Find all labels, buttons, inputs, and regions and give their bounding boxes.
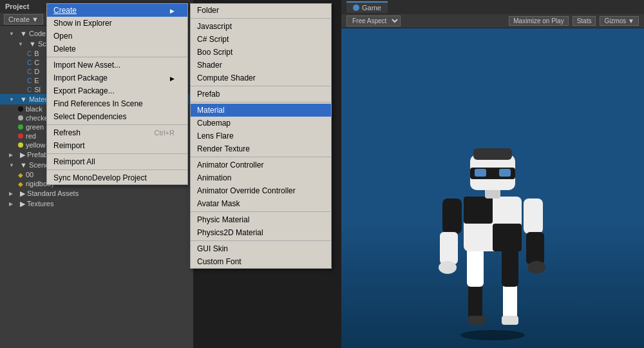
material-dot-icon bbox=[18, 106, 23, 111]
menu-label: Compute Shader bbox=[197, 73, 256, 82]
game-tab-label: Game bbox=[362, 4, 381, 12]
aspect-select[interactable]: Free Aspect bbox=[346, 15, 401, 26]
menu-item-cs-script[interactable]: C# Script bbox=[191, 33, 331, 46]
tree-label: black bbox=[26, 105, 43, 113]
menu-item-shader[interactable]: Shader bbox=[191, 59, 331, 72]
tree-label: green bbox=[26, 123, 44, 131]
menu-item-delete[interactable]: Delete bbox=[47, 43, 187, 55]
menu-label: GUI Skin bbox=[197, 244, 228, 253]
menu-item-folder[interactable]: Folder bbox=[191, 4, 331, 17]
submenu-arrow-icon bbox=[170, 73, 175, 82]
menu-item-select-deps[interactable]: Select Dependencies bbox=[47, 110, 187, 123]
menu-item-javascript[interactable]: Javascript bbox=[191, 20, 331, 33]
tree-label: D bbox=[34, 68, 39, 75]
menu-label: Animator Controller bbox=[197, 160, 263, 169]
menu-label: Lens Flare bbox=[197, 131, 234, 140]
menu-label: Javascript bbox=[197, 22, 232, 31]
menu-label: Show in Explorer bbox=[53, 19, 112, 28]
menu-item-open[interactable]: Open bbox=[47, 30, 187, 43]
folder-open-icon bbox=[9, 160, 18, 169]
game-panel-header: Game bbox=[341, 0, 644, 14]
stats-btn[interactable]: Stats bbox=[573, 16, 596, 26]
menu-item-import-new[interactable]: Import New Asset... bbox=[47, 59, 187, 72]
tree-item-textures[interactable]: ▶ Textures bbox=[0, 198, 193, 209]
menu-item-boo-script[interactable]: Boo Script bbox=[191, 46, 331, 59]
menu-item-animator-override[interactable]: Animator Override Controller bbox=[191, 184, 331, 197]
menu-label: Open bbox=[53, 32, 72, 41]
menu-label: Material bbox=[197, 106, 225, 115]
material-dot-icon bbox=[18, 133, 23, 139]
game-tab[interactable]: Game bbox=[346, 1, 388, 13]
menu-item-show-explorer[interactable]: Show in Explorer bbox=[47, 17, 187, 30]
cs-icon: C bbox=[27, 50, 32, 57]
menu-item-reimport-all[interactable]: Reimport All bbox=[47, 155, 187, 168]
svg-rect-9 bbox=[493, 224, 522, 251]
create-button[interactable]: Create ▼ bbox=[4, 14, 43, 24]
svg-rect-10 bbox=[442, 198, 462, 234]
menu-label: Boo Script bbox=[197, 48, 232, 57]
menu-label: Reimport bbox=[53, 141, 85, 150]
svg-rect-11 bbox=[440, 232, 458, 264]
menu-item-find-refs[interactable]: Find References In Scene bbox=[47, 97, 187, 110]
menu-item-cubemap[interactable]: Cubemap bbox=[191, 117, 331, 130]
menu-label: Select Dependencies bbox=[53, 112, 126, 121]
svg-point-15 bbox=[527, 261, 545, 274]
menu-item-reimport[interactable]: Reimport bbox=[47, 139, 187, 152]
menu-label: Animation bbox=[197, 173, 231, 182]
menu-label: Animator Override Controller bbox=[197, 186, 296, 195]
menu-item-export-package[interactable]: Export Package... bbox=[47, 84, 187, 97]
menu-item-avatar-mask[interactable]: Avatar Mask bbox=[191, 197, 331, 210]
menu-separator bbox=[191, 211, 331, 212]
menu-item-animator-controller[interactable]: Animator Controller bbox=[191, 159, 331, 171]
menu-separator bbox=[47, 124, 187, 125]
menu-item-material[interactable]: Material bbox=[191, 104, 331, 117]
menu-item-prefab[interactable]: Prefab bbox=[191, 88, 331, 101]
project-tab-label[interactable]: Project bbox=[5, 3, 29, 10]
folder-icon bbox=[9, 189, 18, 198]
menu-item-sync-mono[interactable]: Sync MonoDevelop Project bbox=[47, 171, 187, 184]
menu-item-create[interactable]: Create bbox=[47, 4, 187, 17]
folder-open-icon bbox=[9, 95, 18, 104]
folder-open-icon bbox=[18, 39, 27, 48]
svg-rect-13 bbox=[524, 198, 543, 234]
menu-label: Create bbox=[53, 6, 77, 15]
svg-rect-14 bbox=[526, 232, 544, 264]
menu-item-custom-font[interactable]: Custom Font bbox=[191, 255, 331, 268]
material-dot-icon bbox=[18, 115, 23, 121]
shortcut-label: Ctrl+R bbox=[155, 129, 175, 137]
menu-label: Avatar Mask bbox=[197, 199, 240, 208]
gizmos-btn[interactable]: Gizmos ▼ bbox=[600, 16, 639, 26]
menu-label: Cubemap bbox=[197, 119, 231, 128]
menu-item-import-package[interactable]: Import Package bbox=[47, 72, 187, 84]
robot-character bbox=[428, 97, 557, 342]
tree-label: E bbox=[34, 77, 39, 84]
menu-item-gui-skin[interactable]: GUI Skin bbox=[191, 242, 331, 255]
menu-separator bbox=[47, 169, 187, 170]
svg-point-0 bbox=[460, 330, 525, 340]
submenu-arrow-icon bbox=[170, 6, 175, 15]
menu-item-physic-material[interactable]: Physic Material bbox=[191, 213, 331, 226]
maximize-btn[interactable]: Maximize on Play bbox=[509, 16, 568, 26]
cs-icon: C bbox=[27, 68, 32, 75]
menu-item-animation[interactable]: Animation bbox=[191, 171, 331, 184]
menu-item-refresh[interactable]: Refresh Ctrl+R bbox=[47, 126, 187, 139]
game-toolbar: Free Aspect Maximize on Play Stats Gizmo… bbox=[341, 14, 644, 28]
menu-label: Import Package bbox=[53, 73, 108, 82]
folder-icon bbox=[9, 199, 18, 208]
svg-rect-2 bbox=[468, 316, 485, 325]
menu-separator bbox=[191, 240, 331, 241]
tree-item-standard-assets[interactable]: ▶ Standard Assets bbox=[0, 188, 193, 198]
menu-separator bbox=[191, 102, 331, 102]
cs-icon: C bbox=[27, 86, 32, 93]
menu-item-render-texture[interactable]: Render Texture bbox=[191, 142, 331, 155]
menu-item-lens-flare[interactable]: Lens Flare bbox=[191, 130, 331, 142]
tree-label: ▼ Code bbox=[20, 30, 46, 37]
context-menu-main: Create Show in Explorer Open Delete Impo… bbox=[46, 3, 188, 185]
cs-icon: C bbox=[27, 77, 32, 84]
menu-label: C# Script bbox=[197, 35, 229, 44]
menu-label: Export Package... bbox=[53, 86, 115, 95]
menu-item-compute-shader[interactable]: Compute Shader bbox=[191, 72, 331, 84]
menu-item-physics2d-material[interactable]: Physics2D Material bbox=[191, 226, 331, 239]
menu-separator bbox=[191, 18, 331, 19]
tree-label: C bbox=[34, 59, 39, 66]
